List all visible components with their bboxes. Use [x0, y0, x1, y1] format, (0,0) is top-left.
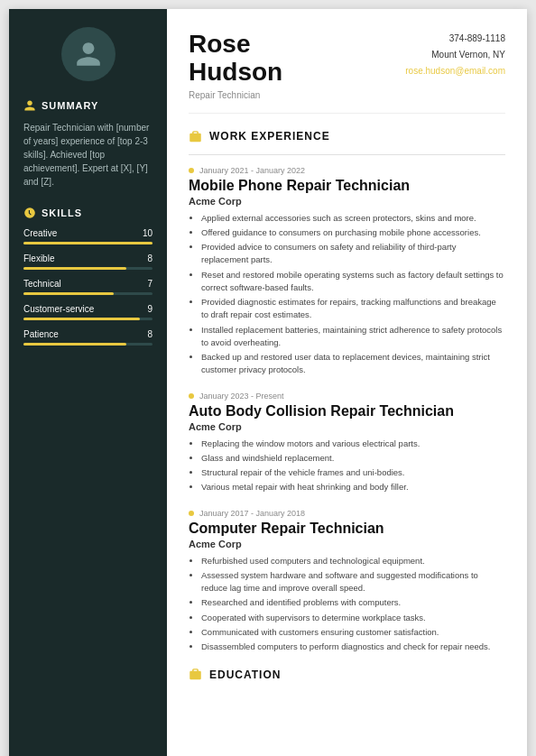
skill-score: 10 [143, 228, 152, 238]
bullet: Installed replacement batteries, maintai… [201, 324, 505, 350]
summary-section-title: SUMMARY [23, 99, 152, 112]
skill-bar-fill [23, 242, 152, 244]
work-divider [189, 154, 505, 155]
bullet: Backed up and restored user data to repl… [201, 351, 505, 377]
job-company: Acme Corp [189, 539, 505, 549]
name-block: Rose Hudson Repair Technician [189, 31, 282, 100]
header-section: Rose Hudson Repair Technician 374-889-11… [189, 31, 505, 114]
skill-score: 8 [147, 329, 152, 339]
education-section-title: EDUCATION [189, 668, 505, 681]
jobs-list: January 2021 - January 2022 Mobile Phone… [189, 166, 505, 654]
date-text: January 2023 - Present [199, 392, 284, 401]
skill-bar-fill [23, 267, 126, 270]
skills-section-title: SKILLS [23, 207, 152, 219]
skill-score: 8 [147, 254, 152, 263]
skill-item: Technical 7 [23, 279, 152, 295]
work-experience-label: WORK EXPERIENCE [209, 130, 330, 143]
bullet: Provided advice to consumers on safety a… [201, 241, 505, 267]
job-bullets: Replacing the window motors and various … [189, 438, 505, 494]
summary-icon [23, 99, 36, 112]
skill-name: Technical [23, 279, 61, 289]
date-dot [189, 511, 194, 516]
skill-name: Flexible [23, 254, 54, 263]
bullet: Various metal repair with heat shrinking… [201, 481, 505, 493]
date-dot [189, 393, 194, 399]
skill-score: 7 [147, 279, 152, 289]
date-dot [189, 168, 194, 173]
skills-list: Creative 10 Flexible 8 Technical 7 [23, 228, 152, 346]
skill-name: Creative [23, 228, 57, 238]
bullet: Refurbished used computers and technolog… [201, 555, 505, 567]
job-bullets: Refurbished used computers and technolog… [189, 555, 505, 654]
summary-title-label: SUMMARY [42, 100, 98, 111]
job-date: January 2017 - January 2018 [189, 509, 505, 518]
skill-score: 9 [147, 304, 152, 314]
job-title-text: Auto Body Collision Repair Technician [189, 403, 505, 419]
skill-bar-fill [23, 318, 140, 320]
location: Mount Vernon, NY [405, 47, 505, 63]
job-entry: January 2023 - Present Auto Body Collisi… [189, 392, 505, 494]
bullet: Disassembled computers to perform diagno… [201, 641, 505, 653]
bullet: Structural repair of the vehicle frames … [201, 466, 505, 479]
bullet: Applied external accessories such as scr… [201, 212, 505, 225]
bullet: Assessed system hardware and software an… [201, 569, 505, 595]
resume: SUMMARY Repair Technician with [number o… [9, 9, 527, 756]
phone: 374-889-1118 [405, 31, 505, 47]
job-entry: January 2017 - January 2018 Computer Rep… [189, 509, 505, 654]
job-entry: January 2021 - January 2022 Mobile Phone… [189, 166, 505, 377]
date-text: January 2021 - January 2022 [199, 166, 305, 175]
bullet: Communicated with customers ensuring cus… [201, 626, 505, 639]
skill-name: Patience [23, 329, 59, 339]
bullet: Offered guidance to consumers on purchas… [201, 226, 505, 239]
job-title-text: Mobile Phone Repair Technician [189, 178, 505, 194]
date-text: January 2017 - January 2018 [199, 509, 305, 518]
skill-bar-bg [23, 343, 152, 346]
avatar [61, 27, 116, 81]
summary-text: Repair Technician with [number of years]… [23, 121, 152, 189]
last-name: Hudson [189, 58, 282, 86]
email: rose.hudson@email.com [405, 63, 505, 79]
skill-item: Customer-service 9 [23, 304, 152, 320]
bullet: Replacing the window motors and various … [201, 438, 505, 450]
skills-title-label: SKILLS [42, 207, 82, 218]
main-content: Rose Hudson Repair Technician 374-889-11… [167, 9, 527, 756]
work-experience-section-title: WORK EXPERIENCE [189, 130, 505, 143]
skill-bar-bg [23, 267, 152, 270]
bullet: Reset and restored mobile operating syst… [201, 269, 505, 295]
skill-item: Creative 10 [23, 228, 152, 244]
skill-bar-fill [23, 343, 126, 346]
job-title-text: Computer Repair Technician [189, 521, 505, 537]
job-company: Acme Corp [189, 196, 505, 207]
skills-icon [23, 207, 36, 219]
education-label: EDUCATION [209, 668, 281, 681]
bullet: Provided diagnostic estimates for repair… [201, 296, 505, 322]
sidebar: SUMMARY Repair Technician with [number o… [9, 9, 167, 756]
education-icon [189, 668, 202, 681]
job-date: January 2021 - January 2022 [189, 166, 505, 175]
skill-name: Customer-service [23, 304, 94, 314]
job-company: Acme Corp [189, 421, 505, 432]
job-date: January 2023 - Present [189, 392, 505, 401]
bullet: Researched and identified problems with … [201, 596, 505, 609]
briefcase-icon [189, 130, 202, 143]
skill-item: Flexible 8 [23, 254, 152, 270]
skill-item: Patience 8 [23, 329, 152, 346]
first-name: Rose [189, 30, 250, 58]
full-name: Rose Hudson [189, 31, 282, 87]
bullet: Cooperated with supervisors to determine… [201, 612, 505, 624]
person-icon [74, 40, 103, 69]
skill-bar-fill [23, 292, 114, 295]
skill-bar-bg [23, 318, 152, 320]
bullet: Glass and windshield replacement. [201, 452, 505, 465]
skill-bar-bg [23, 292, 152, 295]
contact-block: 374-889-1118 Mount Vernon, NY rose.hudso… [405, 31, 505, 79]
job-title: Repair Technician [189, 90, 282, 100]
job-bullets: Applied external accessories such as scr… [189, 212, 505, 377]
skill-bar-bg [23, 242, 152, 244]
